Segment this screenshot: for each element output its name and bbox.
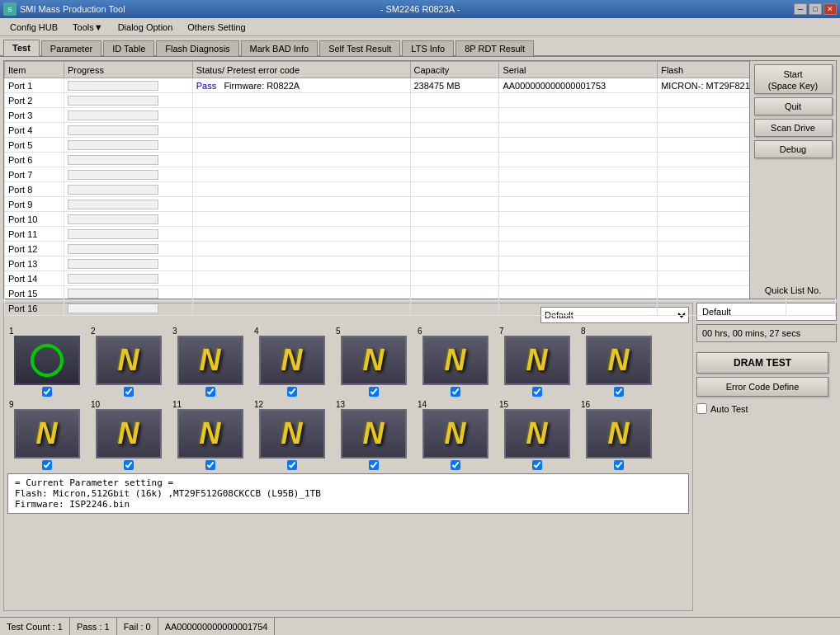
port-letter-5: N [363, 343, 385, 378]
port-grid-row1: 1 2 N 3 N 4 [7, 327, 689, 397]
port-serial [499, 123, 658, 138]
port-icon-9[interactable]: N [14, 409, 80, 459]
port-checkbox-11[interactable] [205, 460, 215, 470]
port-cell-11: 11 N [171, 400, 249, 470]
port-checkbox-8[interactable] [614, 387, 624, 397]
port-checkbox-4[interactable] [287, 387, 297, 397]
port-serial [499, 182, 658, 197]
port-icon-7[interactable]: N [504, 336, 570, 385]
port-icon-3[interactable]: N [177, 336, 243, 385]
maximize-button[interactable]: □ [809, 3, 822, 15]
port-item: Port 11 [5, 227, 64, 242]
param-info: = Current Parameter setting = Flash: Mic… [7, 473, 689, 514]
port-circle-icon [31, 344, 64, 377]
table-row: Port 11 [5, 227, 836, 242]
port-cell-4: 4 N [252, 327, 331, 397]
port-checkbox-14[interactable] [451, 460, 460, 470]
port-icon-10[interactable]: N [96, 409, 162, 459]
port-status [192, 212, 410, 227]
port-checkbox-2[interactable] [124, 387, 134, 397]
port-item: Port 12 [5, 242, 64, 256]
port-icon-12[interactable]: N [259, 409, 325, 459]
table-row: Port 9 [5, 197, 836, 212]
port-capacity [410, 138, 499, 153]
port-icon-13[interactable]: N [341, 409, 407, 459]
title-controls: ─ □ ✕ [794, 3, 837, 15]
port-item: Port 15 [5, 286, 64, 301]
param-firmware: Firmware: ISP2246.bin [15, 499, 682, 510]
port-checkbox-7[interactable] [532, 387, 542, 397]
menu-dialog-option[interactable]: Dialog Option [111, 21, 180, 34]
port-capacity [410, 271, 499, 286]
tab-test[interactable]: Test [3, 40, 40, 56]
quit-button[interactable]: Quit [754, 97, 833, 115]
table-row: Port 1 Pass Firmware: R0822A 238475 MB A… [5, 78, 836, 93]
port-checkbox-9[interactable] [42, 460, 52, 470]
port-flash [658, 301, 786, 316]
port-capacity [410, 256, 499, 271]
port-letter-14: N [445, 416, 466, 451]
port-cell-3: 3 N [171, 327, 249, 397]
table-row: Port 8 [5, 182, 836, 197]
dram-test-button[interactable]: DRAM TEST [696, 352, 828, 374]
port-serial [499, 301, 658, 316]
close-button[interactable]: ✕ [823, 3, 837, 15]
auto-test-checkbox[interactable] [696, 403, 707, 414]
port-checkbox-15[interactable] [532, 460, 542, 470]
port-number-4: 4 [254, 327, 259, 336]
tab-parameter[interactable]: Parameter [41, 40, 101, 56]
test-count-status: Test Count : 1 [0, 618, 70, 635]
port-icon-16[interactable]: N [586, 409, 652, 459]
port-icon-4[interactable]: N [259, 336, 325, 385]
tab-self-test-result[interactable]: Self Test Result [319, 40, 400, 56]
port-progress [64, 242, 192, 256]
port-checkbox-10[interactable] [124, 460, 134, 470]
port-icon-15[interactable]: N [504, 409, 570, 459]
port-checkbox-16[interactable] [614, 460, 624, 470]
port-icon-5[interactable]: N [341, 336, 407, 385]
port-icon-6[interactable]: N [422, 336, 488, 385]
tab-8p-rdt-result[interactable]: 8P RDT Result [455, 40, 534, 56]
status-bar: Test Count : 1 Pass : 1 Fail : 0 AA00000… [0, 617, 840, 635]
port-status [192, 271, 410, 286]
port-checkbox-3[interactable] [205, 387, 215, 397]
minimize-button[interactable]: ─ [794, 3, 807, 15]
start-button[interactable]: Start(Space Key) [754, 64, 833, 94]
error-code-button[interactable]: Error Code Define [696, 377, 828, 397]
port-number-5: 5 [336, 327, 341, 336]
port-capacity [410, 167, 499, 182]
port-icon-11[interactable]: N [177, 409, 243, 459]
port-letter-4: N [281, 343, 303, 378]
menu-config-hub[interactable]: Config HUB [3, 21, 64, 34]
port-progress [64, 138, 192, 153]
port-icon-2[interactable]: N [96, 336, 162, 385]
tab-mark-bad-info[interactable]: Mark BAD Info [241, 40, 319, 56]
port-checkbox-13[interactable] [369, 460, 379, 470]
tab-flash-diagnosis[interactable]: Flash Diagnosis [156, 40, 238, 56]
menu-others-setting[interactable]: Others Setting [181, 21, 252, 34]
port-checkbox-5[interactable] [369, 387, 379, 397]
tab-lts-info[interactable]: LTS Info [402, 40, 454, 56]
debug-button[interactable]: Debug [754, 140, 833, 158]
serial-status: AA000000000000001754 [158, 618, 276, 635]
port-progress [64, 301, 192, 316]
port-number-8: 8 [581, 327, 586, 336]
port-status [192, 108, 410, 123]
port-cell-7: 7 N [498, 327, 576, 397]
port-icon-1[interactable] [14, 336, 80, 385]
port-progress [64, 93, 192, 108]
port-checkbox-1[interactable] [42, 387, 52, 397]
port-progress [64, 167, 192, 182]
port-letter-6: N [445, 343, 466, 378]
port-item: Port 2 [5, 93, 64, 108]
port-cell-13: 13 N [334, 400, 413, 470]
port-icon-8[interactable]: N [586, 336, 652, 385]
menu-tools[interactable]: Tools▼ [66, 21, 110, 34]
window-subtitle: - SM2246 R0823A - [380, 4, 460, 14]
scan-drive-button[interactable]: Scan Drive [754, 119, 833, 137]
port-checkbox-12[interactable] [287, 460, 297, 470]
port-checkbox-6[interactable] [451, 387, 460, 397]
param-title: = Current Parameter setting = [15, 477, 682, 488]
tab-id-table[interactable]: ID Table [103, 40, 154, 56]
port-icon-14[interactable]: N [422, 409, 488, 459]
